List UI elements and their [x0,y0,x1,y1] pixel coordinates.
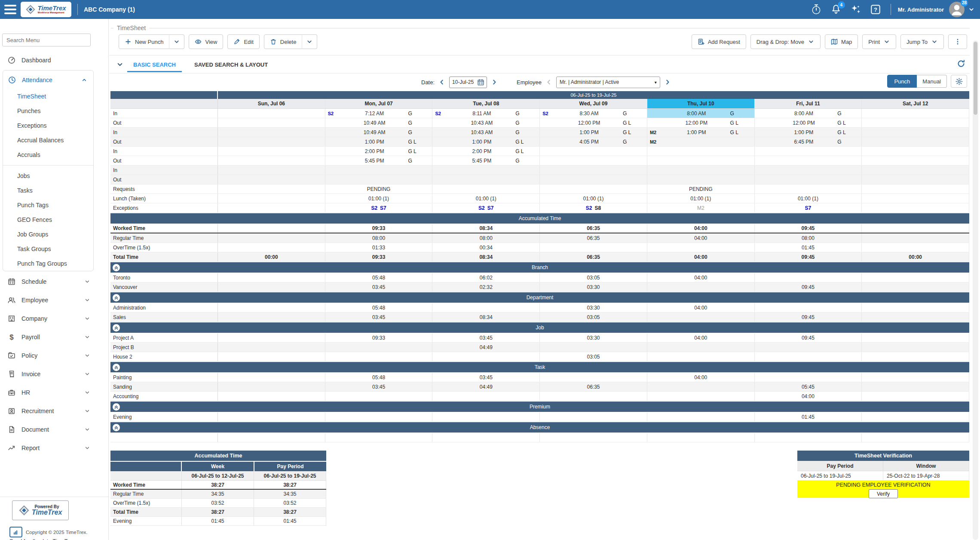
sparkles-icon[interactable] [850,4,861,15]
punch-cell[interactable] [647,156,755,165]
exceptions-cell[interactable]: S2S8 [540,203,647,212]
punch-cell[interactable] [862,156,969,165]
sidebar-item-report[interactable]: Report [0,439,96,457]
day-header-sat-jul-12[interactable]: Sat, Jul 12 [862,99,969,108]
button-delete[interactable]: Delete [264,34,303,49]
punch-cell[interactable]: S28:30 AMG [540,109,647,118]
settings-gear-button[interactable] [951,75,967,88]
avatar[interactable]: 28 [949,2,965,17]
date-prev-icon[interactable] [438,79,445,86]
button-more[interactable] [948,34,967,49]
sidebar-item-policy[interactable]: Policy [0,346,96,365]
punch-mode-button[interactable]: Punch [887,75,917,88]
punch-cell[interactable] [862,128,969,137]
date-next-icon[interactable] [491,79,498,86]
punch-cell[interactable]: 1:00 PMG L [540,128,647,137]
punch-cell[interactable] [218,137,325,146]
sidebar-item-timesheet[interactable]: TimeSheet [3,89,93,104]
punch-cell[interactable] [647,147,755,156]
employee-next-icon[interactable] [664,79,671,86]
button-jump-to[interactable]: Jump To [900,34,944,49]
sidebar-item-recruitment[interactable]: Recruitment [0,402,96,420]
punch-cell[interactable] [218,156,325,165]
punch-cell[interactable] [647,166,755,175]
vertical-scrollbar[interactable] [973,40,978,540]
punch-cell[interactable]: 4:05 PMG [540,137,647,146]
sidebar-item-dashboard[interactable]: Dashboard [0,51,96,69]
punch-cell[interactable] [862,118,969,127]
punch-cell[interactable] [218,147,325,156]
day-header-thu-jul-10[interactable]: Thu, Jul 10 [647,99,755,108]
employee-select[interactable]: Mr. | Administrator | Active ▾ [556,77,660,88]
employee-prev-icon[interactable] [545,79,552,86]
punch-cell[interactable]: 10:43 AMG [432,128,540,137]
feedback-link[interactable]: Send feedback to TimeTrex [9,538,75,540]
timer-icon[interactable] [811,4,822,15]
hamburger-menu-icon[interactable] [4,5,16,14]
punch-cell[interactable]: M2 [647,137,755,146]
calendar-icon[interactable] [477,79,484,86]
exceptions-cell[interactable] [218,203,325,212]
punch-cell[interactable] [218,175,325,184]
tab-saved-search-layout[interactable]: SAVED SEARCH & LAYOUT [188,58,274,72]
sidebar-item-tasks[interactable]: Tasks [3,183,93,198]
punch-cell[interactable]: 5:45 PMG [432,156,540,165]
punch-cell[interactable]: 12:00 PMG L [647,118,755,127]
button-delete-dropdown[interactable] [302,34,317,49]
punch-cell[interactable]: 10:49 AMG [325,128,433,137]
punch-cell[interactable]: 1:00 PMG L [325,137,433,146]
timetrex-logo[interactable]: TimeTrex Workforce Management [21,2,71,17]
exceptions-cell[interactable]: S7 [755,203,862,212]
punch-cell[interactable] [755,175,862,184]
punch-cell[interactable] [218,128,325,137]
punch-cell[interactable]: 10:49 AMG [325,118,433,127]
exceptions-cell[interactable]: S2S7 [325,203,433,212]
collapse-section-icon[interactable] [113,324,120,331]
button-new-punch-dropdown[interactable] [169,34,184,49]
punch-cell[interactable] [218,109,325,118]
day-header-fri-jul-11[interactable]: Fri, Jul 11 [755,99,862,108]
punch-cell[interactable] [755,156,862,165]
punch-cell[interactable]: 10:43 AMG [432,118,540,127]
button-view[interactable]: View [189,34,223,49]
punch-cell[interactable]: 1:00 PMG L [755,128,862,137]
punch-cell[interactable] [540,166,647,175]
punch-cell[interactable]: S27:12 AMG [325,109,433,118]
day-header-wed-jul-09[interactable]: Wed, Jul 09 [540,99,647,108]
collapse-section-icon[interactable] [113,364,120,371]
sidebar-item-hr[interactable]: HR [0,383,96,402]
powered-by-badge[interactable]: Powered By TimeTrex [12,500,69,520]
sidebar-item-exceptions[interactable]: Exceptions [3,118,93,133]
punch-cell[interactable]: M21:00 PMG L [647,128,755,137]
scrollbar-thumb[interactable] [974,42,977,115]
punch-cell[interactable] [647,175,755,184]
sidebar-item-jobs[interactable]: Jobs [3,169,93,183]
button-map[interactable]: Map [825,34,858,49]
refresh-icon[interactable] [957,59,965,68]
collapse-section-icon[interactable] [113,294,120,301]
sidebar-item-attendance[interactable]: Attendance [3,71,93,89]
punch-cell[interactable]: 12:00 PMG L [540,118,647,127]
sidebar-item-punches[interactable]: Punches [3,104,93,118]
punch-cell[interactable]: 8:00 AMG [647,109,755,118]
sidebar-item-punch-tags[interactable]: Punch Tags [3,198,93,212]
exceptions-cell[interactable]: S2S7 [432,203,540,212]
punch-cell[interactable]: 2:00 PMG L [325,147,433,156]
punch-cell[interactable]: 5:45 PMG [325,156,433,165]
punch-cell[interactable]: S28:11 AMG [432,109,540,118]
button-edit[interactable]: Edit [227,34,259,49]
button-print[interactable]: Print [862,34,896,49]
user-menu-chevron-icon[interactable] [968,6,975,13]
punch-cell[interactable] [218,166,325,175]
sidebar-item-job-groups[interactable]: Job Groups [3,227,93,242]
search-menu-input[interactable] [2,34,91,46]
exceptions-cell[interactable]: M2 [647,203,755,212]
punch-cell[interactable] [755,147,862,156]
sidebar-item-company[interactable]: Company [0,309,96,328]
punch-cell[interactable] [218,118,325,127]
collapse-search-panel-icon[interactable] [116,61,124,68]
button-drag-drop-move[interactable]: Drag & Drop: Move [750,34,821,49]
sidebar-item-task-groups[interactable]: Task Groups [3,242,93,256]
punch-cell[interactable]: 2:00 PMG L [432,147,540,156]
day-header-mon-jul-07[interactable]: Mon, Jul 07 [325,99,433,108]
